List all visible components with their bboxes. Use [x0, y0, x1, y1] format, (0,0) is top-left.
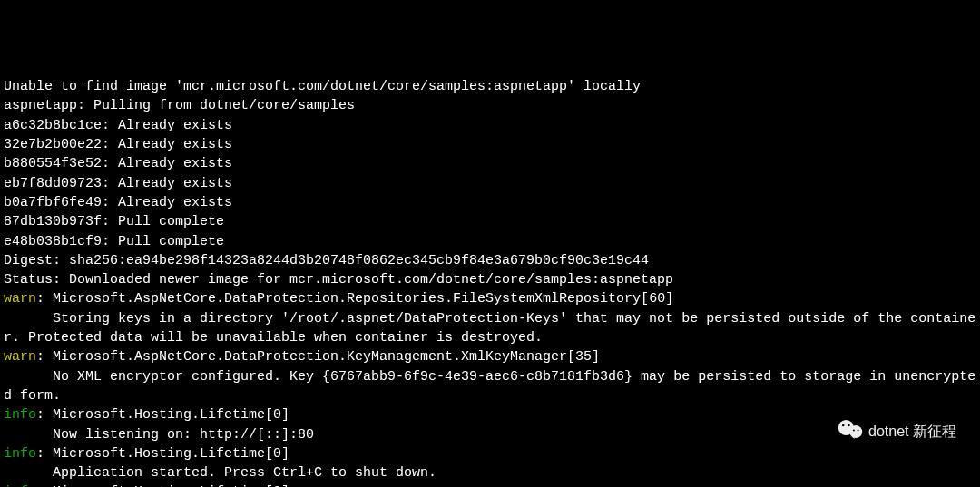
log-text: : Microsoft.Hosting.Lifetime[0]	[36, 407, 289, 423]
terminal-line: a6c32b8bc1ce: Already exists	[4, 116, 976, 135]
log-text: Storing keys in a directory '/root/.aspn…	[4, 311, 975, 346]
terminal-line: b880554f3e52: Already exists	[4, 154, 976, 173]
terminal-line: No XML encryptor configured. Key {6767ab…	[4, 367, 976, 406]
terminal-line: e48b038b1cf9: Pull complete	[4, 232, 976, 251]
terminal-line: Unable to find image 'mcr.microsoft.com/…	[4, 77, 976, 96]
terminal-line: info: Microsoft.Hosting.Lifetime[0]	[4, 405, 976, 424]
log-text: Digest: sha256:ea94be298f14323a8244d3b20…	[4, 253, 649, 268]
terminal-output: Unable to find image 'mcr.microsoft.com/…	[4, 77, 976, 487]
log-text: b0a7fbf6fe49: Already exists	[4, 195, 232, 210]
terminal-line: warn: Microsoft.AspNetCore.DataProtectio…	[4, 347, 976, 366]
log-text: b880554f3e52: Already exists	[4, 156, 232, 171]
log-text: a6c32b8bc1ce: Already exists	[4, 118, 232, 133]
log-text: Now listening on: http://[::]:80	[4, 427, 314, 443]
log-text: : Microsoft.AspNetCore.DataProtection.Re…	[36, 291, 673, 307]
terminal-line: Now listening on: http://[::]:80	[4, 425, 976, 444]
log-level-warn: warn	[4, 291, 36, 307]
terminal-line: 32e7b2b00e22: Already exists	[4, 135, 976, 154]
terminal-line: aspnetapp: Pulling from dotnet/core/samp…	[4, 96, 976, 115]
log-text: eb7f8dd09723: Already exists	[4, 176, 232, 191]
terminal-line: eb7f8dd09723: Already exists	[4, 174, 976, 193]
log-text: : Microsoft.AspNetCore.DataProtection.Ke…	[36, 349, 600, 365]
terminal-line: Status: Downloaded newer image for mcr.m…	[4, 270, 976, 289]
terminal-line: info: Microsoft.Hosting.Lifetime[0]	[4, 444, 976, 463]
log-text: Application started. Press Ctrl+C to shu…	[4, 465, 436, 481]
log-text: : Microsoft.Hosting.Lifetime[0]	[36, 446, 289, 462]
terminal-line: info: Microsoft.Hosting.Lifetime[0]	[4, 482, 976, 487]
terminal-line: Storing keys in a directory '/root/.aspn…	[4, 309, 976, 348]
log-text: Status: Downloaded newer image for mcr.m…	[4, 272, 673, 287]
terminal-line: warn: Microsoft.AspNetCore.DataProtectio…	[4, 289, 976, 308]
log-level-info: info	[4, 407, 36, 423]
log-text: 87db130b973f: Pull complete	[4, 214, 224, 229]
log-text: Unable to find image 'mcr.microsoft.com/…	[4, 79, 641, 94]
log-text: e48b038b1cf9: Pull complete	[4, 234, 224, 249]
terminal-line: Application started. Press Ctrl+C to shu…	[4, 463, 976, 482]
log-level-warn: warn	[4, 349, 36, 365]
terminal-line: 87db130b973f: Pull complete	[4, 212, 976, 231]
terminal-line: b0a7fbf6fe49: Already exists	[4, 193, 976, 212]
log-level-info: info	[4, 446, 36, 462]
log-text: aspnetapp: Pulling from dotnet/core/samp…	[4, 98, 355, 113]
terminal-line: Digest: sha256:ea94be298f14323a8244d3b20…	[4, 251, 976, 270]
log-text: 32e7b2b00e22: Already exists	[4, 137, 232, 152]
log-text: No XML encryptor configured. Key {6767ab…	[4, 369, 975, 404]
